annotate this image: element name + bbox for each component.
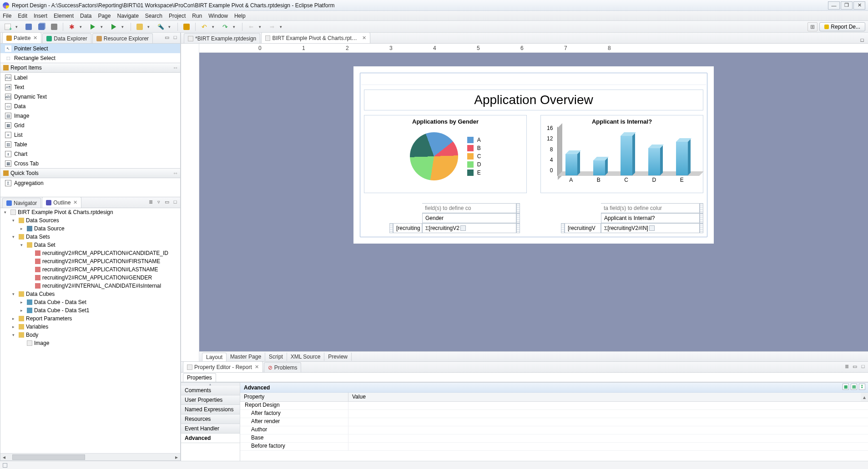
tab-resource-explorer[interactable]: Resource Explorer [92,33,153,43]
palette-section-report-items[interactable]: Report Items◦◦ [0,63,180,73]
tab-property-editor[interactable]: Property Editor - Report✕ [183,361,263,372]
tree-item[interactable]: ▸Data Cube - Data Set [0,298,180,306]
maximize-editor-icon[interactable]: □ [859,37,865,43]
menu-edit[interactable]: Edit [18,13,27,19]
search-button[interactable]: 🔦 [156,22,166,31]
col-property[interactable]: Property [240,393,348,401]
view-menu-icon[interactable]: ≣ [843,363,850,369]
property-row[interactable]: Author [240,426,868,434]
palette-pointer-select[interactable]: ↖Pointer Select [0,44,180,53]
property-row[interactable]: Base [240,434,868,443]
crosstab-aggregate[interactable]: [recruitingV2 [422,223,516,233]
local-properties-toggle[interactable]: ▦ [843,384,849,390]
menu-search[interactable]: Search [145,13,162,19]
forward-button[interactable]: ⇒ [267,22,277,31]
crosstab-dimension[interactable]: Applicant is Internal? [601,213,700,223]
outline-mode-icon[interactable]: ≣ [147,199,154,205]
tree-item[interactable]: ▾Data Cubes [0,290,180,298]
palette-section-quick-tools[interactable]: Quick Tools◦◦ [0,168,180,178]
chart-applicant-is-internal[interactable]: Applicant is Internal? 1612840 ABCDE [540,115,703,193]
external-button[interactable] [109,22,119,31]
open-resource-button[interactable] [135,22,145,31]
menu-project[interactable]: Project [169,13,186,19]
menu-element[interactable]: Element [54,13,74,19]
close-icon[interactable]: ✕ [362,35,366,41]
alpha-sort-toggle[interactable]: ↧ [859,384,865,390]
close-icon[interactable]: ✕ [33,35,37,41]
cat-user-properties[interactable]: User Properties [181,395,240,405]
cat-comments[interactable]: Comments [181,386,240,395]
palette-list[interactable]: ≡List [0,130,180,140]
menu-window[interactable]: Window [208,13,228,19]
cat-named-expressions[interactable]: Named Expressions [181,405,240,414]
undo-button[interactable]: ↶ [199,22,209,31]
minimize-view-icon[interactable]: ▭ [852,363,858,369]
close-icon[interactable]: ✕ [255,364,259,370]
tree-item[interactable]: recruitingV2#RCM_APPLICATION#FIRSTNAME [0,257,180,265]
outline-dropdown-icon[interactable]: ▿ [156,199,162,205]
save-button[interactable] [24,22,34,31]
design-canvas[interactable]: Application Overview Applications by Gen… [199,53,868,351]
palette-aggregation[interactable]: ΣAggregation [0,178,180,188]
tree-item[interactable]: ▾Data Sets [0,233,180,241]
redo-button[interactable]: ↷ [220,22,230,31]
report-title[interactable]: Application Overview [364,90,703,110]
palette-text[interactable]: A¶Text [0,82,180,92]
tab-master-page[interactable]: Master Page [227,353,265,361]
tree-item[interactable]: recruitingV2#RCM_APPLICATION#CANDIDATE_I… [0,249,180,257]
palette-data[interactable]: ▭Data [0,101,180,111]
crosstab-internal[interactable]: ta field(s) to define colur Applicant is… [547,203,703,233]
palette-chart[interactable]: ⫾Chart [0,149,180,159]
property-value[interactable] [348,443,868,450]
new-button[interactable] [3,22,13,31]
crosstab-measure[interactable]: [recruiting [393,223,422,233]
tree-item[interactable]: ▸Data Source [0,225,180,233]
crosstab-gender[interactable]: field(s) to define co Gender [recruiting… [364,203,520,233]
tree-item[interactable]: ▸Variables [0,323,180,331]
redo-dropdown[interactable]: ▾ [233,25,238,29]
editor-tab-1[interactable]: BIRT Example Pivot & Charts.rptdesign✕ [261,32,370,43]
tab-outline[interactable]: Outline✕ [42,197,81,208]
cat-advanced[interactable]: Advanced [181,434,240,443]
minimize-view-icon[interactable]: ▭ [164,34,170,40]
tree-item[interactable]: recruitingV2#RCM_APPLICATION#LASTNAME [0,265,180,274]
tree-item[interactable]: recruitingV2#INTERNAL_CANDIDATE#IsIntern… [0,282,180,290]
tab-layout[interactable]: Layout [202,353,227,361]
property-value[interactable] [348,434,868,442]
external-dropdown[interactable]: ▾ [121,25,127,29]
undo-dropdown[interactable]: ▾ [212,25,217,29]
open-perspective-button[interactable]: ⊞ [807,22,818,31]
perspective-report-design[interactable]: Report De... [819,22,865,31]
property-row[interactable]: After render [240,418,868,426]
property-value[interactable] [348,402,868,409]
property-value[interactable] [348,410,868,418]
palette-grid[interactable]: ▦Grid [0,120,180,130]
outline-scrollbar[interactable]: ◂▸ [0,453,180,460]
menu-file[interactable]: File [3,13,11,19]
close-icon[interactable]: ✕ [73,200,77,205]
tree-item[interactable]: Image [0,339,180,347]
property-row[interactable]: Before factory [240,443,868,451]
crosstab-measure[interactable]: [recruitingV [565,223,601,233]
tab-preview[interactable]: Preview [324,353,352,361]
tree-item[interactable]: ▾Data Set [0,241,180,249]
debug-dropdown[interactable]: ▾ [80,25,85,29]
forward-dropdown[interactable]: ▾ [280,25,285,29]
editor-tab-0[interactable]: *BIRT Example.rptdesign [184,33,260,43]
back-button[interactable]: ⇐ [246,22,256,31]
back-dropdown[interactable]: ▾ [259,25,264,29]
crosstab-dimension[interactable]: Gender [422,213,516,223]
property-value[interactable] [348,426,868,434]
tab-xml-source[interactable]: XML Source [287,353,325,361]
tab-problems[interactable]: ⊘Problems [264,362,302,372]
print-button[interactable] [49,22,59,31]
tab-navigator[interactable]: Navigator [2,198,41,208]
menu-help[interactable]: Help [234,13,246,19]
search-dropdown[interactable]: ▾ [168,25,174,29]
subtab-properties[interactable]: Properties [183,373,216,382]
menu-data[interactable]: Data [80,13,91,19]
maximize-view-icon[interactable]: □ [860,363,866,369]
scroll-up-icon[interactable]: ▴ [861,393,868,401]
run-dropdown[interactable]: ▾ [101,25,106,29]
palette-label[interactable]: A≡Label [0,73,180,82]
